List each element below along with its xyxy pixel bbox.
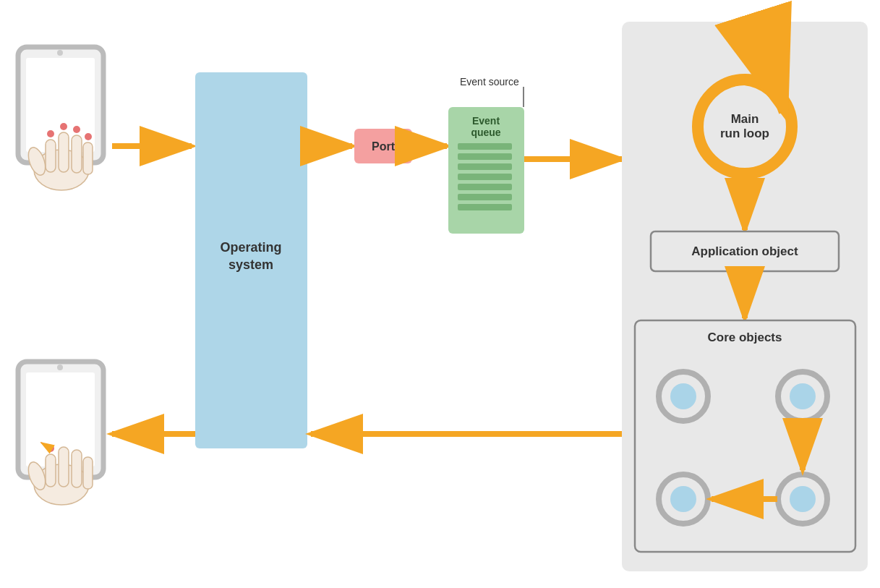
svg-rect-8 — [72, 135, 82, 173]
svg-point-10 — [25, 145, 48, 177]
svg-rect-43 — [458, 204, 512, 210]
arrows-svg: Operating system Port Event queue Event … — [0, 0, 880, 588]
svg-rect-3 — [26, 58, 95, 152]
svg-point-63 — [778, 474, 827, 524]
svg-rect-31 — [354, 129, 412, 163]
svg-rect-23 — [83, 457, 93, 489]
svg-point-62 — [670, 486, 696, 512]
svg-point-60 — [790, 383, 816, 409]
svg-rect-42 — [458, 194, 512, 200]
svg-text:Main: Main — [731, 112, 759, 126]
diagram: Operating system Port Event queue Event … — [0, 0, 880, 588]
svg-rect-38 — [458, 153, 512, 160]
svg-text:Operating: Operating — [220, 240, 281, 255]
svg-point-61 — [659, 474, 708, 524]
svg-rect-7 — [59, 132, 69, 172]
svg-rect-9 — [83, 142, 93, 174]
svg-point-12 — [60, 123, 67, 130]
svg-point-14 — [85, 133, 92, 140]
svg-point-13 — [73, 126, 80, 133]
svg-rect-22 — [72, 450, 82, 487]
svg-point-18 — [57, 365, 63, 370]
svg-text:Core objects: Core objects — [708, 331, 782, 344]
svg-rect-27 — [195, 72, 307, 448]
svg-text:queue: queue — [471, 127, 500, 138]
svg-text:run loop: run loop — [720, 127, 769, 140]
svg-text:Application object: Application object — [691, 244, 798, 258]
svg-point-59 — [778, 372, 827, 421]
svg-rect-16 — [18, 362, 103, 477]
svg-text:Port: Port — [372, 140, 396, 153]
svg-point-24 — [25, 460, 48, 492]
svg-rect-55 — [635, 320, 855, 552]
svg-rect-2 — [18, 47, 103, 163]
svg-point-57 — [659, 372, 708, 421]
svg-point-11 — [47, 130, 54, 137]
svg-text:system: system — [228, 257, 273, 272]
svg-rect-6 — [46, 140, 56, 172]
svg-rect-21 — [59, 447, 69, 487]
svg-point-64 — [790, 486, 816, 512]
svg-point-19 — [34, 464, 89, 505]
svg-point-58 — [670, 383, 696, 409]
svg-rect-17 — [26, 372, 95, 466]
svg-rect-47 — [622, 22, 868, 571]
svg-point-4 — [57, 50, 63, 56]
svg-rect-20 — [46, 454, 56, 487]
svg-rect-39 — [458, 163, 512, 170]
svg-point-5 — [34, 150, 89, 190]
svg-rect-41 — [458, 184, 512, 190]
svg-rect-40 — [458, 174, 512, 180]
svg-rect-52 — [651, 231, 839, 271]
svg-rect-34 — [448, 107, 524, 234]
svg-line-26 — [41, 443, 51, 448]
svg-text:Event source: Event source — [460, 76, 519, 88]
svg-point-25 — [47, 445, 54, 452]
svg-point-48 — [698, 80, 792, 174]
svg-rect-37 — [458, 143, 512, 150]
svg-text:Event: Event — [472, 115, 500, 127]
